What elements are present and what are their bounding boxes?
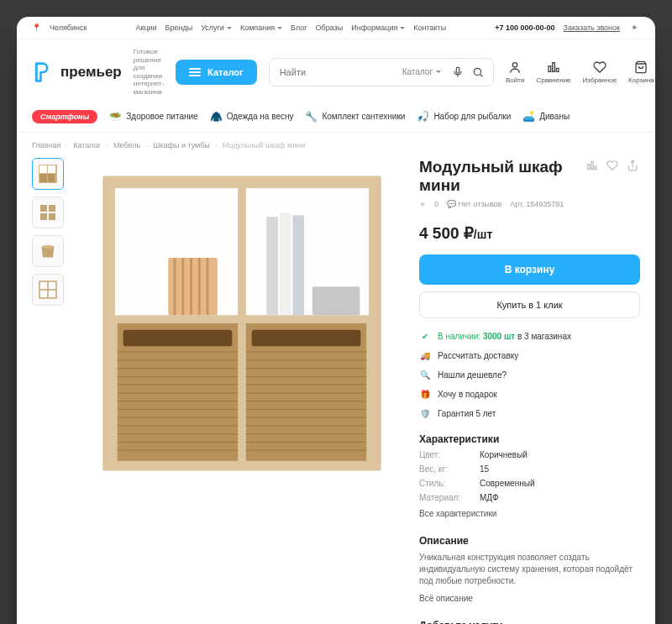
breadcrumb-item[interactable]: Мебель xyxy=(113,141,140,149)
reviews-link[interactable]: 💬 Нет отзывов xyxy=(447,200,501,208)
top-nav-item[interactable]: Акции xyxy=(135,24,156,32)
thumbnail[interactable] xyxy=(32,235,64,267)
city-select[interactable]: Челябинск xyxy=(50,24,87,32)
breadcrumb-item[interactable]: Главная xyxy=(32,141,60,149)
product-details: Модульный шкаф мини ★ 0 💬 Нет отзывов Ар… xyxy=(419,158,640,624)
top-nav-item[interactable]: Компания xyxy=(240,24,282,32)
svg-rect-7 xyxy=(39,165,47,173)
menu-item-icon: 🧥 xyxy=(210,111,223,123)
header-action[interactable]: Сравнение xyxy=(536,60,570,84)
product-meta: ★ 0 💬 Нет отзывов Арт. 154935781 xyxy=(419,200,640,208)
favorite-icon[interactable] xyxy=(605,158,620,173)
thumbnail[interactable] xyxy=(32,158,64,190)
compare-icon[interactable] xyxy=(585,158,600,173)
spec-row: Стиль:Современный xyxy=(419,479,640,488)
top-nav-item[interactable]: Образы xyxy=(316,24,344,32)
svg-rect-63 xyxy=(591,161,593,169)
header-action[interactable]: Войти xyxy=(506,60,524,84)
all-desc-link[interactable]: Всё описание xyxy=(419,594,473,603)
svg-rect-11 xyxy=(40,205,47,212)
breadcrumb-item[interactable]: Каталог xyxy=(73,141,101,149)
spec-row: Цвет:Коричневый xyxy=(419,450,640,459)
svg-rect-0 xyxy=(456,67,459,73)
cheaper-row[interactable]: 🔍Нашли дешевле? xyxy=(419,370,640,380)
promo-pill[interactable]: Смартфоны xyxy=(32,110,97,123)
top-nav: АкцииБрендыУслугиКомпанияБлогОбразыИнфор… xyxy=(135,24,446,32)
delivery-row[interactable]: 🚚Рассчитать доставку xyxy=(419,351,640,360)
category-menu: Смартфоны 🥗Здоровое питание🧥Одежда на ве… xyxy=(17,105,655,133)
top-nav-item[interactable]: Контакты xyxy=(413,24,446,32)
header-actions: ВойтиСравнениеИзбранноеКорзина xyxy=(506,60,654,84)
action-icon xyxy=(592,60,607,75)
top-nav-item[interactable]: Информация xyxy=(351,24,405,32)
menu-item-icon: 🎣 xyxy=(417,111,429,123)
breadcrumb-item: Модульный шкаф мини xyxy=(223,141,305,149)
svg-rect-30 xyxy=(292,215,304,315)
menu-item[interactable]: 🎣Набор для рыбалки xyxy=(417,111,511,123)
breadcrumb-item[interactable]: Шкафы и тумбы xyxy=(153,141,210,149)
microphone-icon[interactable] xyxy=(448,62,468,82)
top-nav-item[interactable]: Бренды xyxy=(165,24,193,32)
search-icon[interactable] xyxy=(468,62,488,82)
svg-rect-29 xyxy=(279,212,291,315)
menu-item-icon: 🛋️ xyxy=(522,111,535,123)
search-small-icon: 🔍 xyxy=(419,370,431,380)
action-icon xyxy=(633,60,648,75)
title-actions xyxy=(585,158,640,173)
specs-heading: Характеристики xyxy=(419,433,640,445)
top-nav-item[interactable]: Блог xyxy=(291,24,307,32)
gift-icon: 🎁 xyxy=(419,390,431,399)
rating-value: 0 xyxy=(434,200,438,208)
svg-rect-64 xyxy=(595,166,596,170)
gift-row[interactable]: 🎁Хочу в подарок xyxy=(419,390,640,399)
order-call-link[interactable]: Заказать звонок xyxy=(564,24,620,32)
tagline: Готовое решение для создания интернет-ма… xyxy=(134,48,164,97)
description-text: Уникальная конструкция позволяет создать… xyxy=(419,552,640,587)
thumbnail-list xyxy=(32,158,64,624)
svg-rect-35 xyxy=(251,330,360,347)
menu-item[interactable]: 🔧Комплект сантехники xyxy=(305,111,405,123)
catalog-button[interactable]: Каталог xyxy=(176,60,257,85)
burger-icon xyxy=(189,68,201,76)
svg-rect-14 xyxy=(49,213,55,220)
menu-item[interactable]: 🥗Здоровое питание xyxy=(109,111,197,123)
product-title: Модульный шкаф мини xyxy=(419,158,580,195)
star-icon: ★ xyxy=(419,200,426,208)
svg-point-2 xyxy=(513,63,517,67)
phone-number[interactable]: +7 100 000-00-00 xyxy=(495,24,554,32)
logo[interactable]: премьер xyxy=(32,61,122,83)
svg-point-15 xyxy=(42,245,55,249)
shield-icon: 🛡️ xyxy=(419,409,431,418)
top-nav-item[interactable]: Услуги xyxy=(201,24,232,32)
search-category-select[interactable]: Каталог xyxy=(396,67,448,76)
product-image[interactable] xyxy=(76,158,407,490)
share-icon[interactable] xyxy=(625,158,640,173)
svg-point-1 xyxy=(474,68,480,75)
service-heading: Добавьте услугу xyxy=(419,620,640,624)
svg-rect-8 xyxy=(48,165,55,173)
page-frame: 📍 Челябинск АкцииБрендыУслугиКомпанияБло… xyxy=(17,17,655,624)
header-action[interactable]: Избранное xyxy=(583,60,617,84)
logo-icon xyxy=(32,61,54,83)
location-icon: 📍 xyxy=(32,24,41,32)
one-click-buy-button[interactable]: Купить в 1 клик xyxy=(419,291,640,318)
all-specs-link[interactable]: Все характеристики xyxy=(419,509,496,518)
truck-icon: 🚚 xyxy=(419,351,431,360)
svg-rect-31 xyxy=(312,286,360,315)
header-action[interactable]: Корзина xyxy=(628,60,654,84)
thumbnail[interactable] xyxy=(32,197,64,228)
logo-text: премьер xyxy=(60,64,122,81)
menu-item[interactable]: 🛋️Диваны xyxy=(522,111,570,123)
menu-item[interactable]: 🧥Одежда на весну xyxy=(210,111,294,123)
desc-heading: Описание xyxy=(419,535,640,547)
header: премьер Готовое решение для создания инт… xyxy=(17,39,655,105)
stock-row: ✔ В наличии: 3000 шт в 3 магазинах xyxy=(419,332,640,341)
thumbnail[interactable] xyxy=(32,274,64,306)
spec-row: Материал:МДФ xyxy=(419,493,640,502)
theme-toggle-icon[interactable]: ☀ xyxy=(628,22,640,34)
search-input[interactable] xyxy=(280,59,396,86)
add-to-cart-button[interactable]: В корзину xyxy=(419,254,640,285)
svg-rect-28 xyxy=(266,217,278,315)
menu-item-icon: 🔧 xyxy=(305,111,318,123)
svg-rect-13 xyxy=(40,213,47,220)
